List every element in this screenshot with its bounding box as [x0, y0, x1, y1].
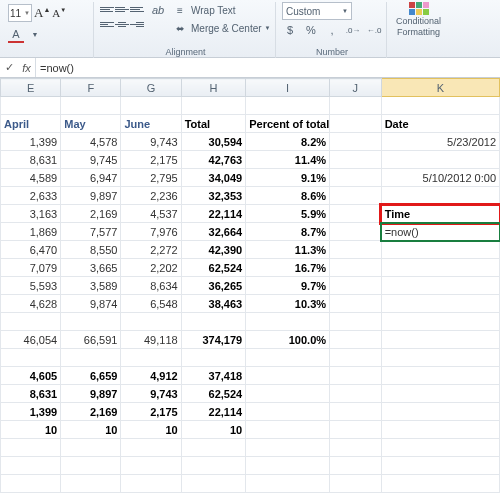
header-time[interactable]: Time: [381, 205, 499, 223]
formula-input[interactable]: =now(): [36, 62, 500, 74]
grow-font-icon[interactable]: A▲: [34, 5, 50, 21]
data-row: 2,6339,8972,23632,3538.6%: [1, 187, 500, 205]
font-size-box[interactable]: 11▼: [8, 4, 32, 22]
summary-row: 8,6319,8979,74362,524: [1, 385, 500, 403]
date-value-1[interactable]: 5/23/2012: [381, 133, 499, 151]
alignment-group-label: Alignment: [100, 47, 271, 58]
data-row: 8,6319,7452,17542,76311.4%: [1, 151, 500, 169]
cond-fmt-icon: [409, 2, 429, 15]
dropdown-arrow-icon: ▼: [24, 10, 30, 16]
chevron-down-icon: ▼: [265, 25, 271, 31]
header-june[interactable]: June: [121, 115, 181, 133]
merge-icon: ⬌: [172, 20, 188, 36]
empty-row: [1, 97, 500, 115]
merge-center-label: Merge & Center: [191, 23, 262, 34]
data-row: 1,8697,5777,97632,6648.7%=now(): [1, 223, 500, 241]
col-header-f[interactable]: F: [61, 79, 121, 97]
number-group-label: Number: [282, 47, 382, 58]
font-color-icon[interactable]: A: [8, 27, 24, 43]
empty-row: [1, 313, 500, 331]
data-row: 4,6289,8746,54838,46310.3%: [1, 295, 500, 313]
styles-group: Conditional Formatting: [389, 2, 448, 58]
header-april[interactable]: April: [1, 115, 61, 133]
empty-row: [1, 439, 500, 457]
header-date[interactable]: Date: [381, 115, 499, 133]
active-cell[interactable]: =now(): [381, 223, 499, 241]
font-size-value: 11: [10, 8, 21, 19]
col-header-g[interactable]: G: [121, 79, 181, 97]
col-header-i[interactable]: I: [246, 79, 330, 97]
number-group: Custom▼ $ % , .0→ ←.0 Number: [278, 2, 387, 58]
ribbon: 11▼ A▲ A▼ A ▼ ab ≡Wrap Text ⬌Merge & Cen…: [0, 0, 500, 58]
increase-decimal-icon[interactable]: .0→: [345, 22, 361, 38]
wrap-text-button[interactable]: ≡Wrap Text: [172, 2, 271, 18]
align-top-icon[interactable]: [100, 2, 114, 16]
chevron-down-icon: ▼: [342, 8, 348, 14]
summary-row: 4,6056,6594,91237,418: [1, 367, 500, 385]
accept-formula-icon[interactable]: ✓: [0, 58, 18, 77]
font-group: 11▼ A▲ A▼ A ▼: [4, 2, 94, 58]
decrease-decimal-icon[interactable]: ←.0: [366, 22, 382, 38]
empty-row: [1, 457, 500, 475]
empty-row: [1, 475, 500, 493]
data-row: 3,1632,1694,53722,1145.9%Time: [1, 205, 500, 223]
totals-row: 46,05466,59149,118374,179100.0%: [1, 331, 500, 349]
header-row: April May June Total Percent of total Da…: [1, 115, 500, 133]
comma-icon[interactable]: ,: [324, 22, 340, 38]
align-right-icon[interactable]: [130, 17, 144, 31]
align-buttons: [100, 2, 144, 31]
align-bottom-icon[interactable]: [130, 2, 144, 16]
align-left-icon[interactable]: [100, 17, 114, 31]
header-total[interactable]: Total: [181, 115, 246, 133]
chevron-down-icon[interactable]: ▼: [27, 27, 43, 43]
col-header-k[interactable]: K: [381, 79, 499, 97]
number-format-label: Custom: [286, 6, 320, 17]
wrap-text-label: Wrap Text: [191, 5, 236, 16]
data-row: 7,0793,6652,20262,52416.7%: [1, 259, 500, 277]
column-headers: E F G H I J K: [1, 79, 500, 97]
formula-text: =now(): [40, 62, 74, 74]
merge-center-button[interactable]: ⬌Merge & Center▼: [172, 20, 271, 36]
summary-row: 10101010: [1, 421, 500, 439]
currency-icon[interactable]: $: [282, 22, 298, 38]
conditional-formatting-button[interactable]: Conditional Formatting: [393, 2, 444, 37]
cond-fmt-label1: Conditional: [396, 16, 441, 26]
col-header-e[interactable]: E: [1, 79, 61, 97]
header-pct[interactable]: Percent of total: [246, 115, 330, 133]
wrap-text-icon: ≡: [172, 2, 188, 18]
col-header-h[interactable]: H: [181, 79, 246, 97]
empty-row: [1, 349, 500, 367]
alignment-group: ab ≡Wrap Text ⬌Merge & Center▼ Alignment: [96, 2, 276, 58]
formula-bar: ✓ fx =now(): [0, 58, 500, 78]
data-row: 1,3994,5789,74330,5948.2%5/23/2012: [1, 133, 500, 151]
cond-fmt-label2: Formatting: [397, 27, 440, 37]
col-header-j[interactable]: J: [330, 79, 382, 97]
date-value-2[interactable]: 5/10/2012 0:00: [381, 169, 499, 187]
align-center-icon[interactable]: [115, 17, 129, 31]
data-row: 6,4708,5502,27242,39011.3%: [1, 241, 500, 259]
number-format-combo[interactable]: Custom▼: [282, 2, 352, 20]
align-middle-icon[interactable]: [115, 2, 129, 16]
orientation-icon[interactable]: ab: [150, 2, 166, 18]
shrink-font-icon[interactable]: A▼: [52, 7, 66, 19]
data-row: 4,5896,9472,79534,0499.1%5/10/2012 0:00: [1, 169, 500, 187]
summary-row: 1,3992,1692,17522,114: [1, 403, 500, 421]
spreadsheet-grid[interactable]: E F G H I J K April May June Total Perce…: [0, 78, 500, 493]
percent-icon[interactable]: %: [303, 22, 319, 38]
header-may[interactable]: May: [61, 115, 121, 133]
data-row: 5,5933,5898,63436,2659.7%: [1, 277, 500, 295]
fx-icon[interactable]: fx: [18, 58, 36, 77]
